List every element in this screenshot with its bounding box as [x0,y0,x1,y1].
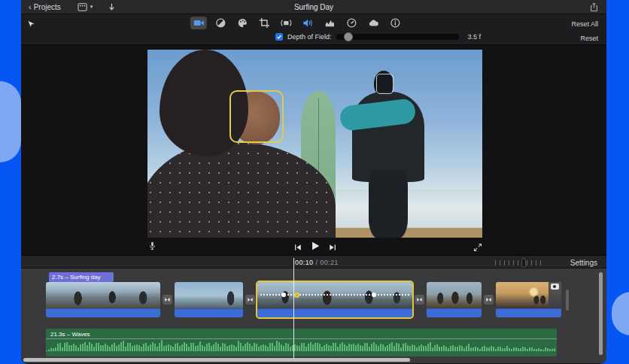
face-tracking-box[interactable] [376,74,394,94]
face-tracking-box-selected[interactable] [229,90,284,143]
skip-forward-icon [328,243,337,252]
play-button[interactable] [310,241,321,251]
checkmark-icon [276,34,282,40]
timeline-zoom-thumb[interactable] [521,258,526,268]
audio-clip-waves[interactable]: 21.3s – Waves [46,329,557,356]
tool-stabilization[interactable] [278,17,294,29]
desktop-background: ‹ Projects ▾ Surfing Day Reset [0,0,629,364]
horizontal-scrollbar[interactable] [23,358,410,362]
tool-info[interactable] [387,17,403,29]
tool-color-correction[interactable] [212,17,229,29]
timeline-zoom-slider[interactable] [495,259,542,266]
cloud-icon [367,17,378,29]
depth-of-field-checkbox[interactable] [275,33,283,41]
reset-button[interactable]: Reset [580,35,598,42]
title-bar: ‹ Projects ▾ Surfing Day [21,0,606,14]
clip-5-audio-strip [496,308,561,317]
audio-volume-line[interactable] [46,338,557,339]
clip-2-thumbnail [175,282,243,308]
crop-icon [258,17,269,29]
speed-keyframe-line[interactable] [260,294,409,296]
camera-icon [193,17,204,29]
timecode-separator: / [314,259,321,266]
clip-3-thumbnail [257,282,412,308]
depth-of-field-row: Depth of Field: 3.5 f [275,33,481,41]
mouse-cursor-icon [26,19,36,29]
info-icon [389,17,400,29]
contrast-icon [214,17,226,29]
clip-1-thumbnail [46,282,160,308]
desktop-shape-bottom-right [612,292,629,335]
speed-dot[interactable] [372,293,376,297]
share-button[interactable] [589,2,599,12]
project-title: Surfing Day [21,3,606,11]
voiceover-button[interactable] [147,241,157,252]
fullscreen-button[interactable] [473,241,482,250]
skip-forward-button[interactable] [328,241,337,250]
depth-of-field-slider[interactable] [336,34,459,40]
playback-controls [293,241,337,251]
clip-2-audio-strip [175,308,243,317]
microphone-icon [147,241,157,252]
timecode-total: 00:21 [320,259,339,266]
depth-of-field-slider-thumb[interactable] [344,32,353,41]
clip-3-selected[interactable] [257,282,412,317]
clip-4-audio-strip [427,308,482,317]
stabilize-icon [280,17,291,29]
video-track [46,282,569,317]
clip-5-thumbnail [496,282,561,308]
clip-1-audio-strip [46,308,160,317]
transition-icon[interactable] [484,295,494,305]
depth-of-field-label: Depth of Field: [287,33,332,41]
audio-waveform [46,340,557,356]
clip-4[interactable] [427,282,482,317]
transition-icon[interactable] [245,295,255,305]
background-surfer-legs [369,170,408,238]
speaker-icon [302,17,313,29]
video-clip-badge: 2.7s – Surfing day [49,272,114,282]
speed-dot-active[interactable] [294,293,299,298]
reset-all-button[interactable]: Reset All [571,20,598,28]
timecode-display: 00:10 / 00:21 [295,259,339,266]
speed-dot[interactable] [281,293,286,297]
audio-clip-label: 21.3s – Waves [50,331,90,338]
tool-audio-eq[interactable] [321,17,338,29]
depth-of-field-value: 3.5 f [468,33,482,41]
share-icon [589,2,599,12]
palette-icon [236,17,248,29]
clip-3-audio-strip [257,308,412,317]
fullscreen-icon [473,243,482,252]
camera-badge-icon [551,284,559,290]
adjust-toolbar [190,17,403,29]
adjust-inspector: Reset All Depth of Field: 3.5 f Reset [21,14,606,45]
clip-5[interactable] [496,282,561,317]
timecode-bar: 00:10 / 00:21 Settings [21,255,606,268]
clip-end-handle[interactable] [566,290,569,311]
skip-back-button[interactable] [293,241,302,250]
clip-2[interactable] [175,282,243,317]
play-icon [310,241,321,251]
vertical-scrollbar[interactable] [599,272,603,355]
playhead[interactable] [293,258,294,359]
tool-crop[interactable] [256,17,272,29]
transition-icon[interactable] [163,295,172,305]
viewer-controls [147,239,482,253]
tool-color-board[interactable] [234,17,251,29]
imovie-window: ‹ Projects ▾ Surfing Day Reset [21,0,606,364]
speedometer-icon [345,17,357,29]
clip-1[interactable] [46,282,160,317]
settings-button[interactable]: Settings [570,259,597,267]
desktop-shape-left [0,81,21,162]
tool-video-adjust[interactable] [190,17,207,29]
transition-icon[interactable] [415,295,424,305]
tool-noise-reduction[interactable] [365,17,381,29]
skip-back-icon [293,243,302,252]
viewer [21,45,606,255]
tool-volume[interactable] [299,17,316,29]
timecode-current: 00:10 [295,259,314,266]
clip-4-thumbnail [427,282,482,308]
eq-bars-icon [324,17,335,29]
video-preview[interactable] [147,50,482,238]
tool-speed[interactable] [343,17,360,29]
timeline[interactable]: 2.7s – Surfing day 21.3s – Waves [21,268,606,363]
